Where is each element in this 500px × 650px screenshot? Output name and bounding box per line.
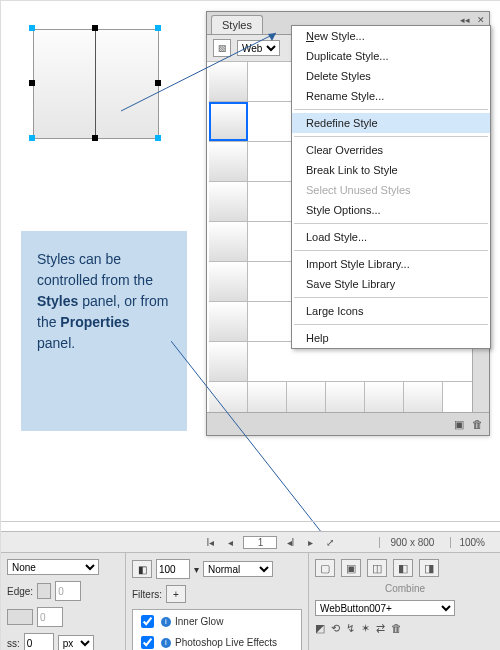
align-icon[interactable]: ◫ bbox=[367, 559, 387, 577]
canvas-object[interactable] bbox=[33, 29, 157, 137]
style-swatch[interactable] bbox=[209, 302, 248, 341]
filter-checkbox[interactable] bbox=[141, 615, 154, 628]
edge-extra-input[interactable] bbox=[37, 607, 63, 627]
gradient-rect bbox=[33, 29, 159, 139]
object-vertical-divider bbox=[95, 29, 96, 137]
style-category-select[interactable]: Web bbox=[237, 40, 280, 56]
style-swatch[interactable] bbox=[287, 382, 326, 412]
style-swatch[interactable] bbox=[365, 382, 404, 412]
menu-item[interactable]: Redefine Style bbox=[292, 113, 490, 133]
handle-top-center[interactable] bbox=[92, 25, 98, 31]
section-divider bbox=[1, 521, 500, 522]
style-swatch[interactable] bbox=[209, 182, 248, 221]
menu-item[interactable]: Duplicate Style... bbox=[292, 46, 490, 66]
action-icon[interactable]: ⇄ bbox=[376, 622, 385, 635]
edge-swatch[interactable] bbox=[37, 583, 51, 599]
filter-row[interactable]: i Photoshop Live Effects bbox=[137, 633, 297, 650]
state-select[interactable]: None bbox=[7, 559, 99, 575]
menu-item[interactable]: Save Style Library bbox=[292, 274, 490, 294]
menu-item[interactable]: New Style... bbox=[292, 26, 490, 46]
align-icon[interactable]: ▣ bbox=[341, 559, 361, 577]
nav-first-icon[interactable]: I◂ bbox=[203, 537, 217, 548]
nav-prev-icon[interactable]: ◂ bbox=[223, 537, 237, 548]
ss-unit-select[interactable]: px bbox=[58, 635, 94, 650]
menu-item[interactable]: Delete Styles bbox=[292, 66, 490, 86]
filter-row[interactable]: i Inner Glow bbox=[137, 612, 297, 631]
opacity-input[interactable] bbox=[156, 559, 190, 579]
callout-bold-properties: Properties bbox=[60, 314, 129, 330]
callout-text-3: panel. bbox=[37, 335, 75, 351]
combine-label: Combine bbox=[385, 583, 425, 594]
menu-item[interactable]: Large Icons bbox=[292, 301, 490, 321]
style-swatch[interactable] bbox=[209, 222, 248, 261]
nav-next-icon[interactable]: ◂I bbox=[283, 537, 297, 548]
menu-separator bbox=[294, 250, 488, 251]
add-filter-button[interactable]: + bbox=[166, 585, 186, 603]
menu-separator bbox=[294, 297, 488, 298]
style-swatch[interactable] bbox=[404, 382, 443, 412]
opacity-icon[interactable]: ◧ bbox=[132, 560, 152, 578]
align-icon[interactable]: ▢ bbox=[315, 559, 335, 577]
action-icon[interactable]: ✶ bbox=[361, 622, 370, 635]
filter-checkbox[interactable] bbox=[141, 636, 154, 649]
filter-info-icon[interactable]: i bbox=[161, 617, 171, 627]
menu-separator bbox=[294, 324, 488, 325]
style-swatch[interactable] bbox=[326, 382, 365, 412]
new-style-icon[interactable]: ▣ bbox=[454, 418, 464, 431]
page-number: 1 bbox=[243, 536, 277, 549]
opacity-dropdown-icon[interactable]: ▾ bbox=[194, 564, 199, 575]
menu-item[interactable]: Rename Style... bbox=[292, 86, 490, 106]
action-icon[interactable]: ⟲ bbox=[331, 622, 340, 635]
handle-top-right[interactable] bbox=[155, 25, 161, 31]
styles-panel-footer: ▣ 🗑 bbox=[207, 412, 489, 435]
styles-tab[interactable]: Styles bbox=[211, 15, 263, 34]
style-swatch[interactable] bbox=[248, 382, 287, 412]
handle-left-center[interactable] bbox=[29, 80, 35, 86]
properties-panel: None Edge: ss: px ◧ ▾ Normal bbox=[1, 553, 500, 650]
handle-right-center[interactable] bbox=[155, 80, 161, 86]
style-swatch[interactable] bbox=[209, 262, 248, 301]
style-action-row: ◩ ⟲ ↯ ✶ ⇄ 🗑 bbox=[315, 622, 495, 635]
filter-name: Inner Glow bbox=[175, 616, 223, 627]
action-icon[interactable]: ◩ bbox=[315, 622, 325, 635]
menu-item[interactable]: Break Link to Style bbox=[292, 160, 490, 180]
action-icon[interactable]: ↯ bbox=[346, 622, 355, 635]
menu-item[interactable]: Help bbox=[292, 328, 490, 348]
trash-icon[interactable]: 🗑 bbox=[391, 622, 402, 635]
align-icon[interactable]: ◧ bbox=[393, 559, 413, 577]
blend-mode-select[interactable]: Normal bbox=[203, 561, 273, 577]
filter-info-icon[interactable]: i bbox=[161, 638, 171, 648]
style-swatch-selected[interactable] bbox=[209, 102, 248, 141]
style-swatch[interactable] bbox=[209, 382, 248, 412]
menu-item[interactable]: Import Style Library... bbox=[292, 254, 490, 274]
menu-item[interactable]: Clear Overrides bbox=[292, 140, 490, 160]
filters-list: i Inner Glow i Photoshop Live Effects bbox=[132, 609, 302, 650]
trash-icon[interactable]: 🗑 bbox=[472, 418, 483, 430]
canvas-size-label: 900 x 800 bbox=[379, 537, 444, 548]
applied-style-select[interactable]: WebButton007+ bbox=[315, 600, 455, 616]
menu-separator bbox=[294, 109, 488, 110]
handle-bottom-left[interactable] bbox=[29, 135, 35, 141]
ss-value-input[interactable] bbox=[24, 633, 54, 650]
style-swatch[interactable] bbox=[209, 62, 248, 101]
handle-bottom-right[interactable] bbox=[155, 135, 161, 141]
menu-item[interactable]: Load Style... bbox=[292, 227, 490, 247]
pathfinder-row: ▢ ▣ ◫ ◧ ◨ bbox=[315, 559, 495, 577]
filter-name: Photoshop Live Effects bbox=[175, 637, 277, 648]
edge-value-input[interactable] bbox=[55, 581, 81, 601]
nav-fit-icon[interactable]: ⤢ bbox=[323, 537, 337, 548]
menu-item[interactable]: Style Options... bbox=[292, 200, 490, 220]
texture-swatch[interactable] bbox=[7, 609, 33, 625]
callout-text-1: Styles can be controlled from the bbox=[37, 251, 153, 288]
menu-separator bbox=[294, 223, 488, 224]
align-icon[interactable]: ◨ bbox=[419, 559, 439, 577]
swatch-view-icon[interactable]: ▧ bbox=[213, 39, 231, 57]
style-swatch[interactable] bbox=[209, 142, 248, 181]
handle-top-left[interactable] bbox=[29, 25, 35, 31]
callout-bold-styles: Styles bbox=[37, 293, 78, 309]
menu-separator bbox=[294, 136, 488, 137]
nav-last-icon[interactable]: ▸ bbox=[303, 537, 317, 548]
menu-item: Select Unused Styles bbox=[292, 180, 490, 200]
handle-bottom-center[interactable] bbox=[92, 135, 98, 141]
style-swatch[interactable] bbox=[209, 342, 248, 381]
